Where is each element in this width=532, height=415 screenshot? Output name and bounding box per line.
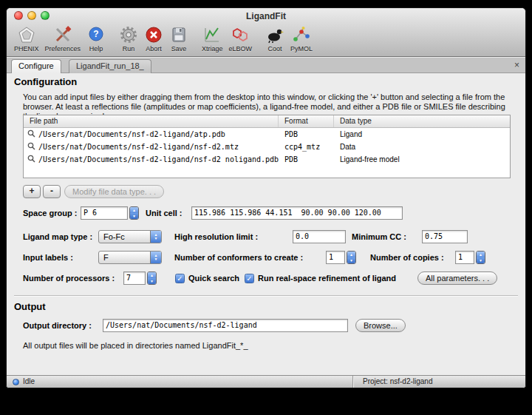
modify-file-data-type-button[interactable]: Modify file data type. . . — [64, 185, 164, 198]
toolbar-phenix-button[interactable]: PHENIX — [11, 24, 42, 53]
column-header-format: Format — [279, 115, 334, 127]
toolbar-label: Run — [123, 45, 135, 53]
coot-bird-icon — [265, 25, 284, 44]
space-group-label: Space group : — [23, 206, 77, 220]
processors-label: Number of processors : — [23, 271, 115, 285]
dropdown-value: Fo-Fc — [99, 231, 150, 243]
toolbar-label: eLBOW — [229, 45, 253, 53]
copies-stepper[interactable] — [476, 251, 485, 264]
output-heading: Output — [14, 301, 46, 312]
toolbar-label: Xtriage — [202, 45, 223, 53]
all-parameters-button[interactable]: All parameters. . . — [417, 271, 497, 285]
table-row[interactable]: /Users/nat/Documents/nsf-d2-ligand/nsf-d… — [24, 153, 510, 166]
section-divider — [14, 295, 518, 297]
tab-configure[interactable]: Configure — [11, 59, 61, 73]
phenix-icon — [17, 25, 36, 44]
pymol-molecule-icon — [292, 25, 311, 44]
minimum-cc-input[interactable]: 0.75 — [422, 230, 468, 243]
toolbar: PHENIX Preferences ? Help Run — [7, 23, 525, 56]
status-text: Idle — [23, 377, 35, 385]
status-indicator-icon — [13, 379, 19, 385]
stepper-down-icon[interactable] — [148, 278, 156, 284]
browse-button[interactable]: Browse... — [355, 319, 406, 332]
dropdown-value: F — [99, 252, 150, 263]
run-gear-icon — [119, 25, 138, 44]
copies-input[interactable]: 1 — [455, 251, 474, 264]
output-directory-input[interactable]: /Users/nat/Documents/nsf-d2-ligand — [103, 319, 348, 332]
toolbar-save-button[interactable]: Save — [166, 24, 191, 53]
unit-cell-label: Unit cell : — [146, 206, 183, 220]
magnifier-icon — [24, 155, 38, 164]
file-path-cell: /Users/nat/Documents/nsf-d2-ligand/nsf-d… — [38, 155, 279, 163]
app-window: LigandFit PHENIX Preferences ? Help — [6, 7, 526, 388]
stepper-up-icon[interactable] — [347, 252, 355, 257]
dropdown-arrows-icon — [150, 231, 161, 243]
format-cell: ccp4_mtz — [279, 143, 334, 151]
magnifier-icon — [24, 129, 38, 139]
elbow-molecule-icon — [231, 25, 250, 44]
toolbar-preferences-button[interactable]: Preferences — [42, 24, 84, 53]
toolbar-abort-button[interactable]: Abort — [141, 24, 166, 53]
tab-ligandfit-run[interactable]: LigandFit_run_18_ — [69, 59, 151, 73]
help-icon: ? — [86, 25, 106, 44]
toolbar-help-button[interactable]: ? Help — [83, 24, 109, 53]
stepper-up-icon[interactable] — [148, 272, 156, 278]
conformers-label: Number of conformers to create : — [174, 251, 303, 264]
checkbox-checked-icon — [175, 274, 185, 283]
stepper-up-icon[interactable] — [477, 252, 485, 257]
toolbar-label: Abort — [146, 45, 162, 53]
abort-icon — [144, 25, 163, 44]
toolbar-elbow-button[interactable]: eLBOW — [226, 24, 256, 53]
ligand-map-type-label: Ligand map type : — [23, 230, 92, 243]
conformers-input[interactable]: 1 — [326, 251, 345, 264]
processors-input[interactable]: 7 — [123, 271, 146, 285]
unit-cell-input[interactable]: 115.986 115.986 44.151 90.00 90.00 120.0… — [191, 206, 403, 220]
input-labels-label: Input labels : — [23, 251, 73, 264]
stepper-down-icon[interactable] — [477, 257, 485, 263]
configuration-heading: Configuration — [14, 76, 77, 87]
quick-search-checkbox[interactable]: Quick search — [175, 271, 239, 285]
data-type-cell: Ligand-free model — [334, 155, 510, 163]
preferences-icon — [53, 25, 72, 44]
window-chrome: LigandFit PHENIX Preferences ? Help — [7, 8, 525, 57]
xtriage-chart-icon — [202, 25, 222, 44]
save-floppy-icon — [169, 25, 188, 44]
input-files-table[interactable]: File path Format Data type /Users/nat/Do… — [23, 115, 511, 178]
file-path-cell: /Users/nat/Documents/nsf-d2-ligand/nsf-d… — [38, 143, 279, 151]
toolbar-label: Coot — [268, 45, 282, 53]
toolbar-pymol-button[interactable]: PyMOL — [287, 24, 316, 53]
output-note-text: All output files will be placed in direc… — [23, 341, 248, 350]
tab-close-icon[interactable]: × — [514, 60, 519, 70]
toolbar-xtriage-button[interactable]: Xtriage — [199, 24, 226, 53]
conformers-stepper[interactable] — [347, 251, 356, 264]
high-resolution-limit-label: High resolution limit : — [174, 230, 258, 243]
svg-text:?: ? — [93, 29, 98, 39]
high-resolution-limit-input[interactable]: 0.0 — [293, 230, 346, 243]
input-labels-dropdown[interactable]: F — [98, 251, 162, 264]
toolbar-label: PHENIX — [14, 45, 39, 53]
space-group-input[interactable]: P 6 — [81, 206, 128, 220]
processors-stepper[interactable] — [147, 271, 157, 285]
toolbar-label: Save — [171, 45, 187, 53]
ligand-map-type-dropdown[interactable]: Fo-Fc — [98, 230, 162, 243]
status-bar: Idle Project: nsf-d2-ligand — [7, 375, 525, 388]
table-header: File path Format Data type — [24, 115, 510, 128]
real-space-refinement-checkbox[interactable]: Run real-space refinement of ligand — [245, 271, 396, 285]
checkbox-label: Run real-space refinement of ligand — [258, 274, 396, 283]
stepper-down-icon[interactable] — [347, 257, 355, 263]
table-row[interactable]: /Users/nat/Documents/nsf-d2-ligand/nsf-d… — [24, 141, 510, 153]
stepper-up-icon[interactable] — [130, 207, 138, 213]
checkbox-checked-icon — [245, 274, 254, 283]
stepper-down-icon[interactable] — [130, 213, 138, 219]
add-file-button[interactable]: + — [23, 185, 41, 198]
remove-file-button[interactable]: - — [43, 185, 61, 198]
column-header-file-path: File path — [24, 115, 279, 127]
table-row[interactable]: /Users/nat/Documents/nsf-d2-ligand/atp.p… — [24, 128, 510, 141]
toolbar-coot-button[interactable]: Coot — [262, 24, 287, 53]
data-type-cell: Data — [334, 143, 510, 151]
space-group-stepper[interactable] — [129, 206, 139, 220]
toolbar-run-button[interactable]: Run — [116, 24, 141, 53]
toolbar-label: Help — [89, 45, 103, 53]
file-path-cell: /Users/nat/Documents/nsf-d2-ligand/atp.p… — [38, 130, 279, 138]
dropdown-arrows-icon — [150, 252, 161, 263]
